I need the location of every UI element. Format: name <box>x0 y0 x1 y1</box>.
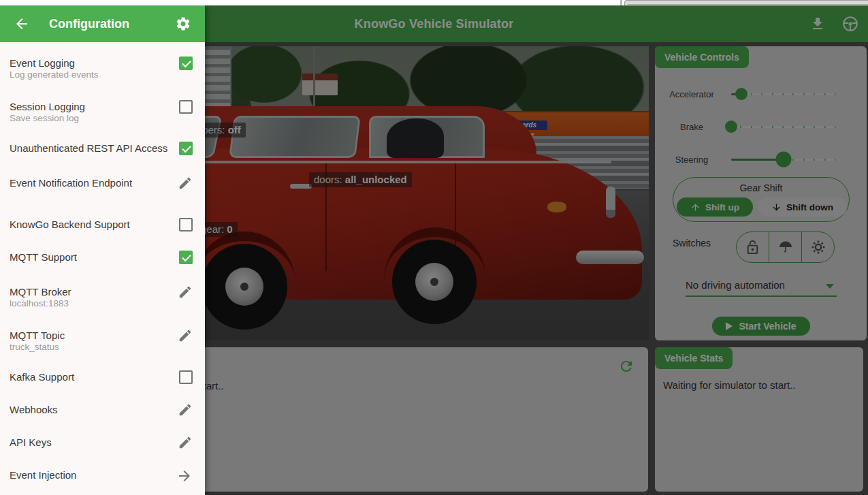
window-divider <box>620 0 622 5</box>
config-item-api-keys[interactable]: API Keys <box>10 436 197 448</box>
drawer-title: Configuration <box>49 17 129 31</box>
configuration-drawer: Configuration Event Logging Log generate… <box>0 5 205 495</box>
checkbox[interactable] <box>179 251 193 264</box>
checkbox[interactable] <box>179 142 193 155</box>
edit-button[interactable] <box>178 176 193 193</box>
pencil-icon <box>178 435 193 450</box>
pencil-icon <box>178 285 193 300</box>
pencil-icon <box>178 402 193 417</box>
checkbox[interactable] <box>179 57 193 70</box>
checkbox[interactable] <box>179 100 193 114</box>
checkbox[interactable] <box>179 370 193 384</box>
edit-button[interactable] <box>178 328 193 346</box>
config-item-session-logging[interactable]: Session Logging Save session log <box>10 101 197 124</box>
pencil-icon <box>178 176 193 191</box>
drawer-header: Configuration <box>0 5 205 42</box>
config-item-mqtt-broker[interactable]: MQTT Broker localhost:1883 <box>10 286 197 309</box>
edit-button[interactable] <box>178 435 193 453</box>
config-item-unauthenticated-rest-api[interactable]: Unauthenticated REST API Access <box>10 142 197 154</box>
edit-button[interactable] <box>178 285 193 302</box>
gear-icon <box>175 16 191 32</box>
pencil-icon <box>178 328 193 343</box>
settings-button[interactable] <box>170 10 197 37</box>
background-window-edge <box>624 0 868 5</box>
modal-scrim[interactable] <box>205 5 868 495</box>
config-item-kafka-support[interactable]: Kafka Support <box>10 371 197 383</box>
arrow-forward-icon <box>176 468 193 484</box>
config-item-mqtt-support[interactable]: MQTT Support <box>10 251 197 263</box>
config-item-event-logging[interactable]: Event Logging Log generated events <box>10 57 197 80</box>
config-item-knowgo-backend[interactable]: KnowGo Backend Support <box>10 219 197 230</box>
config-item-webhooks[interactable]: Webhooks <box>10 404 197 415</box>
checkbox[interactable] <box>179 218 193 231</box>
app-window: KnowGo Vehicle Simulator Kennards Self S… <box>0 0 868 495</box>
open-button[interactable] <box>176 468 193 487</box>
arrow-back-icon <box>14 16 30 32</box>
edit-button[interactable] <box>178 402 193 420</box>
config-item-mqtt-topic[interactable]: MQTT Topic truck_status <box>10 330 197 353</box>
config-item-event-injection[interactable]: Event Injection <box>10 469 197 481</box>
background-window-strip <box>0 0 868 5</box>
back-button[interactable] <box>8 10 35 37</box>
config-item-event-notification-endpoint[interactable]: Event Notification Endpoint <box>10 177 197 189</box>
